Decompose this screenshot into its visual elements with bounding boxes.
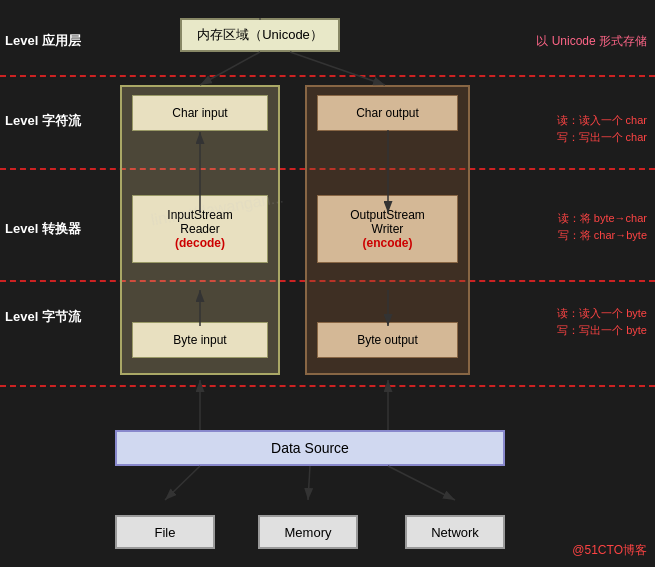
right-note-converter: 读：将 byte→char写：将 char→byte: [558, 210, 647, 243]
level-char-label: Level 字符流: [5, 112, 81, 130]
diagram-container: Level 应用层 Level 字符流 Level 转换器 Level 字节流 …: [0, 0, 655, 567]
outputstream-writer-box: OutputStream Writer (encode): [317, 195, 458, 263]
right-note-byte: 读：读入一个 byte写：写出一个 byte: [557, 305, 647, 338]
level-byte-label: Level 字节流: [5, 308, 81, 326]
data-source-box: Data Source: [115, 430, 505, 466]
char-output-box: Char output: [317, 95, 458, 131]
file-source-box: File: [115, 515, 215, 549]
input-stream-column: Char input InputStream Reader (decode) B…: [120, 85, 280, 375]
memory-area-box: 内存区域（Unicode）: [180, 18, 340, 52]
decode-label: (decode): [175, 236, 225, 250]
output-stream-column: Char output OutputStream Writer (encode)…: [305, 85, 470, 375]
network-source-box: Network: [405, 515, 505, 549]
data-source-label: Data Source: [271, 440, 349, 456]
byte-input-box: Byte input: [132, 322, 268, 358]
dashed-line-4: [0, 385, 655, 387]
bottom-credit: @51CTO博客: [572, 542, 647, 559]
svg-line-2: [200, 52, 260, 85]
memory-area-label: 内存区域（Unicode）: [197, 26, 323, 44]
char-input-box: Char input: [132, 95, 268, 131]
svg-line-10: [165, 466, 200, 500]
encode-label: (encode): [362, 236, 412, 250]
inputstream-reader-box: InputStream Reader (decode): [132, 195, 268, 263]
memory-source-box: Memory: [258, 515, 358, 549]
level-converter-label: Level 转换器: [5, 220, 81, 238]
dashed-line-1: [0, 75, 655, 77]
svg-line-3: [290, 52, 385, 85]
svg-line-11: [308, 466, 310, 500]
byte-output-box: Byte output: [317, 322, 458, 358]
svg-line-12: [388, 466, 455, 500]
right-note-char: 读：读入一个 char写：写出一个 char: [557, 112, 647, 145]
level-app-label: Level 应用层: [5, 32, 81, 50]
right-note-app: 以 Unicode 形式存储: [536, 32, 647, 50]
